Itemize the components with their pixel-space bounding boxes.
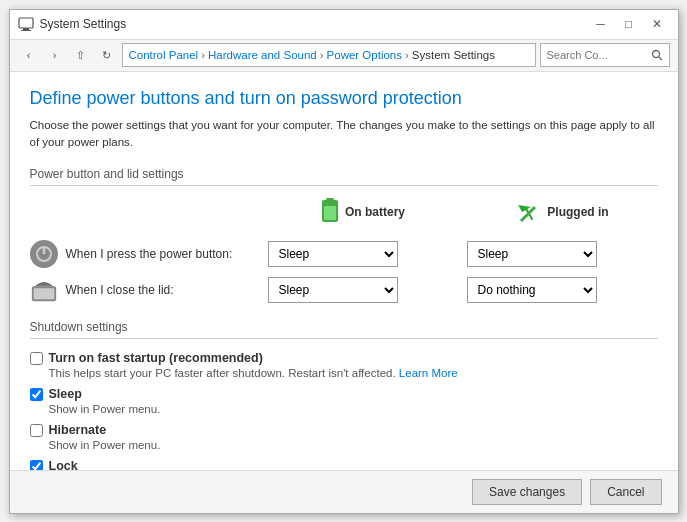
nav-bar: ‹ › ⇧ ↻ Control Panel › Hardware and Sou… <box>10 40 678 72</box>
breadcrumb-power-options[interactable]: Power Options <box>327 49 402 61</box>
page-description: Choose the power settings that you want … <box>30 117 658 152</box>
breadcrumb-control-panel[interactable]: Control Panel <box>129 49 199 61</box>
svg-rect-7 <box>324 206 336 220</box>
power-section-header: Power button and lid settings <box>30 167 658 186</box>
sleep-checkbox[interactable] <box>30 388 43 401</box>
fast-startup-subtext: This helps start your PC faster after sh… <box>49 367 658 379</box>
maximize-button[interactable]: □ <box>616 14 642 34</box>
sleep-label[interactable]: Sleep <box>49 387 82 401</box>
power-button-row-label: When I press the power button: <box>30 240 260 268</box>
breadcrumb-sep-1: › <box>201 49 205 61</box>
close-button[interactable]: ✕ <box>644 14 670 34</box>
lock-row: Lock <box>30 459 658 470</box>
shutdown-item-sleep: Sleep Show in Power menu. <box>30 387 658 415</box>
close-lid-row-label: When I close the lid: <box>30 276 260 304</box>
svg-rect-1 <box>23 28 29 30</box>
up-button[interactable]: ⇧ <box>70 44 92 66</box>
content-area: Define power buttons and turn on passwor… <box>10 72 678 470</box>
power-button-battery-cell: Sleep Hibernate Shut down Turn off the d… <box>268 241 459 267</box>
fast-startup-checkbox[interactable] <box>30 352 43 365</box>
footer: Save changes Cancel <box>10 470 678 513</box>
power-button-plugged-cell: Sleep Hibernate Shut down Turn off the d… <box>467 241 658 267</box>
svg-point-3 <box>652 51 659 58</box>
breadcrumb-system-settings: System Settings <box>412 49 495 61</box>
sleep-row: Sleep <box>30 387 658 401</box>
svg-rect-2 <box>21 30 31 31</box>
window-icon <box>18 16 34 32</box>
fast-startup-learn-more-link[interactable]: Learn More <box>399 367 458 379</box>
svg-rect-0 <box>19 18 33 28</box>
shutdown-item-fast-startup: Turn on fast startup (recommended) This … <box>30 351 658 379</box>
breadcrumb-hardware-sound[interactable]: Hardware and Sound <box>208 49 317 61</box>
minimize-button[interactable]: ─ <box>588 14 614 34</box>
sleep-subtext: Show in Power menu. <box>49 403 658 415</box>
title-bar-left: System Settings <box>18 16 127 32</box>
shutdown-section: Shutdown settings Turn on fast startup (… <box>30 320 658 470</box>
power-button-label: When I press the power button: <box>66 247 233 261</box>
cancel-button[interactable]: Cancel <box>590 479 661 505</box>
lock-label[interactable]: Lock <box>49 459 78 470</box>
breadcrumb: Control Panel › Hardware and Sound › Pow… <box>122 43 536 67</box>
search-box <box>540 43 670 67</box>
window-title: System Settings <box>40 17 127 31</box>
plugged-col-label: Plugged in <box>547 205 608 219</box>
col-header-battery: On battery <box>268 198 459 232</box>
power-button-battery-select[interactable]: Sleep Hibernate Shut down Turn off the d… <box>268 241 398 267</box>
breadcrumb-sep-2: › <box>320 49 324 61</box>
svg-rect-13 <box>33 288 54 299</box>
back-button[interactable]: ‹ <box>18 44 40 66</box>
col-header-plugged: Plugged in <box>467 199 658 231</box>
close-lid-battery-cell: Sleep Hibernate Shut down Turn off the d… <box>268 277 459 303</box>
close-lid-plugged-cell: Sleep Hibernate Shut down Turn off the d… <box>467 277 658 303</box>
power-button-plugged-select[interactable]: Sleep Hibernate Shut down Turn off the d… <box>467 241 597 267</box>
save-changes-button[interactable]: Save changes <box>472 479 582 505</box>
close-lid-label: When I close the lid: <box>66 283 174 297</box>
hibernate-label[interactable]: Hibernate <box>49 423 107 437</box>
close-lid-plugged-select[interactable]: Sleep Hibernate Shut down Turn off the d… <box>467 277 597 303</box>
search-icon <box>651 49 663 61</box>
fast-startup-row: Turn on fast startup (recommended) <box>30 351 658 365</box>
lock-checkbox[interactable] <box>30 460 43 470</box>
main-window: System Settings ─ □ ✕ ‹ › ⇧ ↻ Control Pa… <box>9 9 679 514</box>
hibernate-row: Hibernate <box>30 423 658 437</box>
close-lid-battery-select[interactable]: Sleep Hibernate Shut down Turn off the d… <box>268 277 398 303</box>
svg-line-4 <box>658 57 662 61</box>
svg-rect-5 <box>326 198 334 200</box>
title-bar-controls: ─ □ ✕ <box>588 14 670 34</box>
page-title: Define power buttons and turn on passwor… <box>30 88 658 109</box>
plug-icon <box>515 199 541 225</box>
breadcrumb-sep-3: › <box>405 49 409 61</box>
shutdown-item-lock: Lock Show in account picture menu. <box>30 459 658 470</box>
lid-icon <box>30 276 58 304</box>
title-bar: System Settings ─ □ ✕ <box>10 10 678 40</box>
fast-startup-desc: This helps start your PC faster after sh… <box>49 367 396 379</box>
shutdown-section-header: Shutdown settings <box>30 320 658 339</box>
forward-button[interactable]: › <box>44 44 66 66</box>
battery-icon <box>321 198 339 226</box>
hibernate-checkbox[interactable] <box>30 424 43 437</box>
battery-col-label: On battery <box>345 205 405 219</box>
power-button-icon <box>30 240 58 268</box>
fast-startup-label[interactable]: Turn on fast startup (recommended) <box>49 351 263 365</box>
hibernate-subtext: Show in Power menu. <box>49 439 658 451</box>
shutdown-item-hibernate: Hibernate Show in Power menu. <box>30 423 658 451</box>
power-settings-grid: On battery Plugged in When I pres <box>30 198 658 304</box>
search-input[interactable] <box>547 49 647 61</box>
refresh-button[interactable]: ↻ <box>96 44 118 66</box>
